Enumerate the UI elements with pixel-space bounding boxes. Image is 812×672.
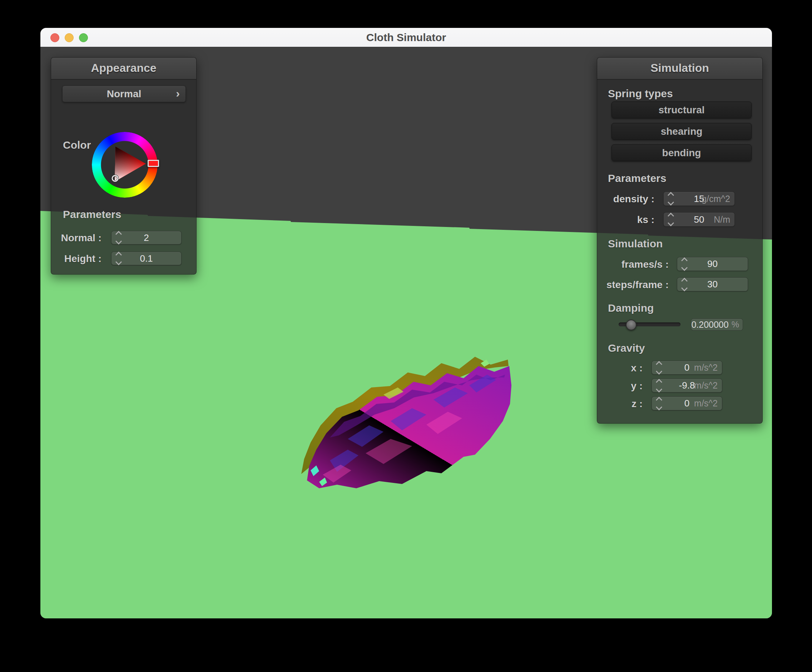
- gravity-x-label: x :: [608, 362, 643, 374]
- ks-unit: N/m: [714, 213, 730, 226]
- shader-dropdown[interactable]: Normal ›: [62, 85, 186, 102]
- normal-stepper[interactable]: 2: [111, 231, 182, 244]
- shader-dropdown-value: Normal: [107, 88, 141, 99]
- bending-button[interactable]: bending: [611, 144, 752, 161]
- shearing-button[interactable]: shearing: [611, 123, 752, 140]
- sim-parameters-label: Parameters: [608, 172, 666, 184]
- damping-value-box[interactable]: 0.200000 %: [691, 319, 743, 331]
- color-section-label: Color: [63, 139, 91, 151]
- height-stepper[interactable]: 0.1: [111, 252, 182, 265]
- ks-stepper[interactable]: 50 N/m: [663, 212, 735, 227]
- gravity-y-label: y :: [608, 380, 643, 392]
- steps-value: 30: [677, 278, 748, 291]
- density-unit: g/cm^2: [701, 192, 730, 206]
- titlebar: Cloth Simulator: [40, 28, 772, 47]
- simulation-panel: Simulation Spring types structural shear…: [597, 57, 763, 423]
- gravity-y-stepper[interactable]: -9.8 m/s^2: [652, 379, 722, 392]
- sim-section-label: Simulation: [608, 238, 663, 250]
- appearance-parameters-label: Parameters: [63, 208, 121, 220]
- gravity-x-stepper[interactable]: 0 m/s^2: [652, 361, 722, 375]
- frames-stepper[interactable]: 90: [677, 257, 748, 271]
- damping-unit: %: [732, 319, 739, 329]
- normal-value: 2: [111, 231, 181, 244]
- gravity-x-unit: m/s^2: [694, 361, 718, 374]
- gravity-y-unit: m/s^2: [694, 379, 718, 392]
- simulation-panel-title[interactable]: Simulation: [597, 58, 763, 80]
- appearance-panel-title[interactable]: Appearance: [51, 58, 196, 80]
- height-value: 0.1: [111, 252, 181, 265]
- density-row-label: density :: [608, 193, 654, 205]
- chevron-right-icon: ›: [176, 86, 180, 101]
- normal-row-label: Normal :: [58, 232, 101, 244]
- steps-stepper[interactable]: 30: [677, 277, 748, 291]
- hue-marker[interactable]: [148, 160, 159, 167]
- damping-value: 0.200000: [691, 319, 728, 330]
- gravity-z-stepper[interactable]: 0 m/s^2: [652, 396, 722, 410]
- color-wheel[interactable]: [92, 132, 158, 198]
- gravity-label: Gravity: [608, 342, 645, 354]
- height-row-label: Height :: [58, 253, 101, 264]
- cloth-mesh: [276, 324, 519, 489]
- spring-types-label: Spring types: [608, 87, 673, 100]
- damping-slider-knob[interactable]: [626, 319, 636, 330]
- ks-row-label: ks :: [608, 214, 654, 225]
- gravity-z-label: z :: [608, 398, 643, 409]
- appearance-panel: Appearance Normal › Color: [51, 57, 196, 275]
- damping-slider[interactable]: [619, 319, 681, 329]
- density-stepper[interactable]: 15 g/cm^2: [663, 192, 735, 206]
- gravity-z-unit: m/s^2: [694, 397, 718, 410]
- window-title: Cloth Simulator: [40, 28, 772, 47]
- steps-row-label: steps/frame :: [601, 279, 669, 291]
- app-window: Cloth Simulator Appearance Normal › Colo…: [40, 28, 772, 618]
- structural-button[interactable]: structural: [611, 102, 752, 118]
- frames-value: 90: [677, 258, 748, 271]
- damping-label: Damping: [608, 302, 654, 314]
- frames-row-label: frames/s :: [608, 259, 669, 270]
